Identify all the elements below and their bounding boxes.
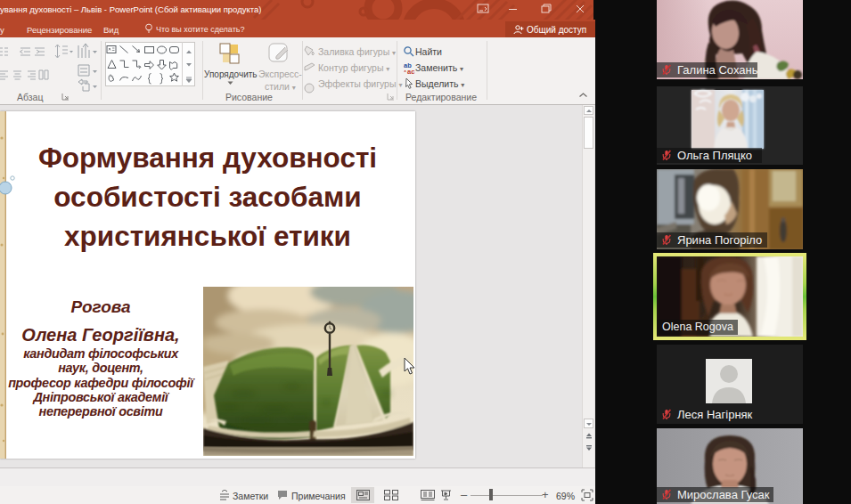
svg-text:ac: ac xyxy=(407,68,414,76)
